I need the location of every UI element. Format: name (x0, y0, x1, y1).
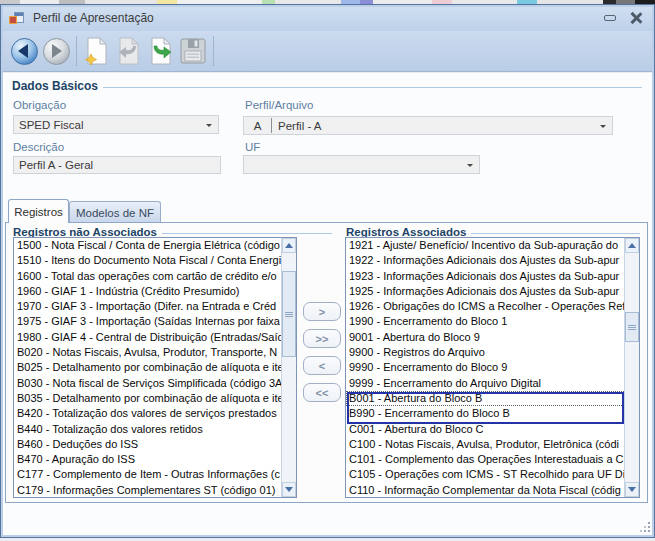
back-button[interactable] (8, 35, 40, 67)
title-bar[interactable]: Perfil de Apresentação (1, 5, 654, 31)
resize-grip-icon[interactable] (640, 522, 642, 524)
list-item[interactable]: 9990 - Encerramento do Bloco 9 (346, 360, 624, 375)
transfer-button[interactable]: << (303, 383, 341, 402)
list-item[interactable]: 1975 - GIAF 3 - Importação (Saídas Inter… (14, 314, 281, 329)
perfil-arquivo-combobox[interactable]: A Perfil - A (243, 116, 613, 135)
list-item[interactable]: 1980 - GIAF 4 - Central de Distribuição … (14, 330, 281, 345)
new-record-button[interactable] (81, 35, 113, 67)
group-line (162, 233, 332, 234)
floppy-disk-icon (179, 37, 207, 65)
scroll-thumb[interactable] (282, 271, 296, 357)
tab-label: Modelos de NF (76, 207, 154, 219)
toolbar-separator (76, 36, 77, 66)
list-item[interactable]: 1510 - Itens do Documento Nota Fiscal / … (14, 253, 281, 268)
list-item[interactable]: B440 - Totalização dos valores retidos (14, 422, 281, 437)
grip-icon (628, 325, 636, 330)
forward-button[interactable] (40, 35, 72, 67)
list-item[interactable]: C101 - Complemento das Operações Interes… (346, 452, 624, 467)
green-arrow-icon (148, 37, 174, 65)
right-list-scrollbar[interactable] (624, 238, 639, 497)
list-item[interactable]: 1921 - Ajuste/ Benefício/ Incentivo da S… (346, 238, 624, 253)
list-item[interactable]: 1970 - GIAF 3 - Importação (Difer. na En… (14, 299, 281, 314)
list-rows: 1500 - Nota Fiscal / Conta de Energia El… (14, 238, 281, 497)
divider (271, 118, 272, 133)
list-item[interactable]: 1923 - Informações Adicionais dos Ajuste… (346, 269, 624, 284)
descricao-value: Perfil A - Geral (19, 159, 93, 171)
list-item[interactable]: C177 - Complemento de Item - Outras Info… (14, 467, 281, 482)
transfer-button[interactable]: >> (303, 329, 341, 348)
list-item[interactable]: B470 - Apuração do ISS (14, 452, 281, 467)
minimize-button[interactable] (604, 15, 616, 21)
scroll-up-button[interactable] (282, 238, 296, 253)
list-item[interactable]: 1925 - Informações Adicionais dos Ajuste… (346, 284, 624, 299)
save-button[interactable] (177, 35, 209, 67)
obrigacao-combobox[interactable]: SPED Fiscal (13, 115, 219, 134)
registros-associados-list[interactable]: 1921 - Ajuste/ Benefício/ Incentivo da S… (345, 237, 640, 498)
transfer-buttons: >>><<< (303, 302, 341, 410)
chevron-down-icon (467, 164, 473, 167)
list-item[interactable]: C179 - Informações Complementares ST (có… (14, 483, 281, 497)
list-item[interactable]: C100 - Notas Fiscais, Avulsa, Produtor, … (346, 437, 624, 452)
scroll-down-icon (628, 487, 636, 492)
window-title: Perfil de Apresentação (33, 11, 154, 25)
scroll-thumb[interactable] (625, 312, 639, 342)
list-item[interactable]: 1922 - Informações Adicionais dos Ajuste… (346, 253, 624, 268)
background-window-sliver (0, 0, 655, 4)
close-button[interactable] (630, 12, 642, 24)
descricao-label: Descrição (13, 141, 64, 153)
forward-circle-icon (43, 38, 70, 65)
perfil-code: A (244, 117, 271, 134)
square-glyph (9, 16, 17, 24)
list-item[interactable]: 1600 - Total das operações com cartão de… (14, 269, 281, 284)
confirm-button[interactable] (145, 35, 177, 67)
scroll-up-button[interactable] (625, 238, 639, 253)
descricao-input[interactable]: Perfil A - Geral (13, 156, 221, 174)
list-item[interactable]: 9900 - Registros do Arquivo (346, 345, 624, 360)
registros-nao-associados-list[interactable]: 1500 - Nota Fiscal / Conta de Energia El… (13, 237, 297, 498)
scroll-down-button[interactable] (625, 482, 639, 497)
list-item[interactable]: 1926 - Obrigações do ICMS a Recolher - O… (346, 299, 624, 314)
minimize-icon (604, 15, 616, 21)
list-item[interactable]: B001 - Abertura do Bloco B (346, 391, 624, 406)
list-item[interactable]: 9001 - Abertura do Bloco 9 (346, 330, 624, 345)
chevron-down-icon (600, 125, 606, 128)
close-icon (630, 12, 642, 24)
perfil-arquivo-label: Perfil/Arquivo (245, 99, 313, 111)
undo-button[interactable] (113, 35, 145, 67)
list-item[interactable]: B025 - Detalhamento por combinação de al… (14, 360, 281, 375)
scroll-down-button[interactable] (282, 482, 296, 497)
list-item[interactable]: 1990 - Encerramento do Bloco 1 (346, 314, 624, 329)
transfer-button[interactable]: < (303, 356, 341, 375)
dados-basicos-title: Dados Básicos (12, 79, 98, 93)
list-item[interactable]: B460 - Deduções do ISS (14, 437, 281, 452)
list-item[interactable]: C110 - Informação Complementar da Nota F… (346, 483, 624, 497)
list-item[interactable]: 1960 - GIAF 1 - Indústria (Crédito Presu… (14, 284, 281, 299)
tab-label: Registros (14, 206, 63, 218)
list-item[interactable]: B035 - Detalhamento por combinação de al… (14, 391, 281, 406)
toolbar-separator (213, 36, 214, 66)
list-item[interactable]: 1500 - Nota Fiscal / Conta de Energia El… (14, 238, 281, 253)
list-item[interactable]: B420 - Totalização dos valores de serviç… (14, 406, 281, 421)
group-line (471, 233, 640, 234)
tab-registros[interactable]: Registros (8, 199, 69, 223)
list-item[interactable]: B030 - Nota fiscal de Serviços Simplific… (14, 376, 281, 391)
list-item[interactable]: B020 - Notas Fiscais, Avulsa, Produtor, … (14, 345, 281, 360)
uf-combobox[interactable] (243, 155, 480, 174)
dados-basicos-group: Dados Básicos (12, 79, 642, 93)
obrigacao-label: Obrigação (13, 99, 66, 111)
list-item[interactable]: 9999 - Encerramento do Arquivo Digital (346, 376, 624, 391)
list-item[interactable]: B990 - Encerramento do Bloco B (346, 406, 624, 421)
list-item[interactable]: C105 - Operações com ICMS - ST Recolhido… (346, 467, 624, 482)
toolbar (1, 31, 654, 72)
screen: Perfil de Apresentação (0, 0, 655, 541)
tab-modelos-de-nf[interactable]: Modelos de NF (69, 201, 161, 223)
list-item[interactable]: C001 - Abertura do Bloco C (346, 422, 624, 437)
left-list-scrollbar[interactable] (281, 238, 296, 497)
transfer-button[interactable]: > (303, 302, 341, 321)
uf-label: UF (245, 141, 260, 153)
scroll-up-icon (285, 243, 293, 248)
obrigacao-value: SPED Fiscal (19, 119, 84, 131)
grip-icon (285, 312, 293, 317)
perfil-value: Perfil - A (278, 120, 321, 132)
form-icon (9, 10, 25, 26)
